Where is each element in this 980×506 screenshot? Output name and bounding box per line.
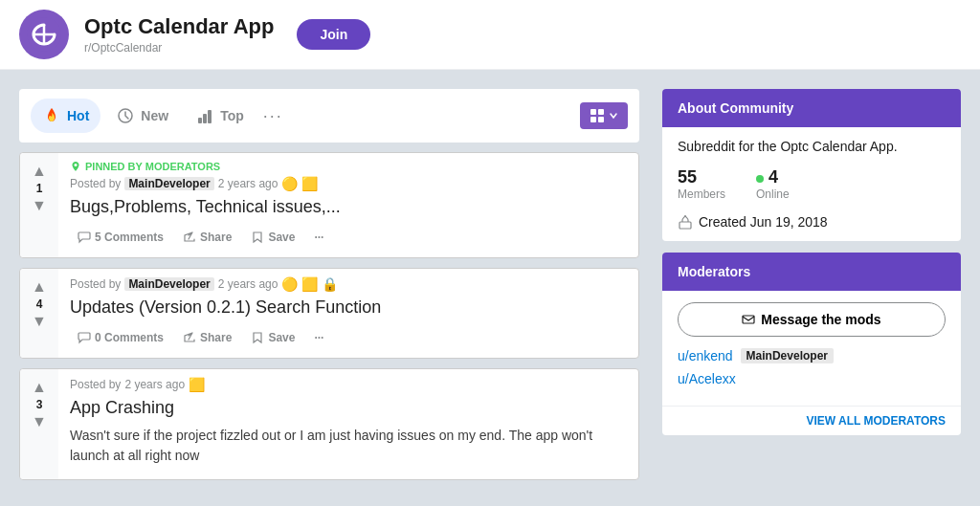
comment-icon xyxy=(78,231,91,244)
post-author[interactable]: MainDeveloper xyxy=(124,277,213,291)
mod-item: u/enkend MainDeveloper xyxy=(678,348,946,363)
online-stat: 4 Online xyxy=(756,167,790,201)
content-area: Hot New Top ··· xyxy=(19,89,639,490)
about-header: About Community xyxy=(662,89,961,127)
svg-rect-5 xyxy=(203,114,207,123)
moderators-header: Moderators xyxy=(662,253,961,291)
post-meta: Posted by MainDeveloper 2 years ago 🟡 🟨 xyxy=(70,176,627,191)
save-button[interactable]: Save xyxy=(243,225,302,250)
header-info: Optc Calendar App r/OptcCalendar xyxy=(84,14,274,55)
cake-icon xyxy=(678,214,693,230)
comment-icon xyxy=(78,331,91,344)
hot-icon xyxy=(42,106,61,125)
moderators-body: Message the mods u/enkend MainDeveloper … xyxy=(662,291,961,406)
svg-rect-4 xyxy=(198,118,202,123)
save-button[interactable]: Save xyxy=(243,325,302,350)
mod-link[interactable]: u/enkend xyxy=(678,348,733,363)
svg-rect-9 xyxy=(590,117,596,122)
about-community-card: About Community Subreddit for the Optc C… xyxy=(662,89,961,241)
join-button[interactable]: Join xyxy=(297,19,370,50)
new-icon xyxy=(116,106,135,125)
post-meta: Posted by MainDeveloper 2 years ago 🟡 🟨 … xyxy=(70,276,627,292)
post-title[interactable]: Updates (Version 0.2.1) Search Function xyxy=(70,297,627,318)
top-icon xyxy=(195,106,214,125)
main-layout: Hot New Top ··· xyxy=(0,70,980,506)
online-count: 4 xyxy=(756,167,790,187)
svg-rect-6 xyxy=(208,110,212,123)
downvote-button[interactable]: ▼ xyxy=(30,411,49,432)
view-toggle[interactable] xyxy=(580,102,628,129)
vote-section: ▲ 4 ▼ xyxy=(20,269,58,358)
online-label: Online xyxy=(756,187,790,201)
save-icon xyxy=(251,231,264,244)
downvote-button[interactable]: ▼ xyxy=(30,311,49,332)
members-label: Members xyxy=(678,187,725,201)
svg-rect-13 xyxy=(743,316,754,323)
mod-badge: MainDeveloper xyxy=(741,348,834,363)
post-content: Posted by MainDeveloper 2 years ago 🟡 🟨 … xyxy=(58,269,638,358)
chevron-down-icon xyxy=(609,111,618,121)
svg-point-11 xyxy=(75,164,78,166)
more-options[interactable]: ··· xyxy=(263,106,283,126)
svg-rect-7 xyxy=(590,109,596,115)
upvote-button[interactable]: ▲ xyxy=(30,377,49,398)
post-actions: 0 Comments Share Save ··· xyxy=(70,325,627,350)
share-button[interactable]: Share xyxy=(175,325,239,350)
post-card: ▲ 3 ▼ Posted by 2 years ago 🟨 App Crashi… xyxy=(19,368,639,480)
post-card: ▲ 4 ▼ Posted by MainDeveloper 2 years ag… xyxy=(19,268,639,359)
post-snippet: Wasn't sure if the project fizzled out o… xyxy=(70,426,627,466)
vote-count: 1 xyxy=(36,182,43,195)
comments-button[interactable]: 0 Comments xyxy=(70,325,171,350)
created-date: Created Jun 19, 2018 xyxy=(678,214,946,230)
post-content: PINNED BY MODERATORS Posted by MainDevel… xyxy=(58,153,638,257)
moderators-card: Moderators Message the mods u/enkend Mai… xyxy=(662,253,961,435)
vote-section: ▲ 3 ▼ xyxy=(20,369,58,479)
post-author[interactable]: MainDeveloper xyxy=(124,177,213,190)
vote-section: ▲ 1 ▼ xyxy=(20,153,58,257)
svg-rect-12 xyxy=(679,222,691,229)
share-button[interactable]: Share xyxy=(175,225,239,250)
post-meta: Posted by 2 years ago 🟨 xyxy=(70,377,627,392)
post-title[interactable]: App Crashing xyxy=(70,398,627,418)
more-button[interactable]: ··· xyxy=(306,225,331,250)
save-icon xyxy=(251,331,264,344)
upvote-button[interactable]: ▲ xyxy=(30,161,49,182)
svg-rect-10 xyxy=(598,117,604,122)
mod-item: u/Acelexx xyxy=(678,371,946,386)
svg-rect-8 xyxy=(598,109,604,115)
post-card: ▲ 1 ▼ PINNED BY MODERATORS Posted by Mai… xyxy=(19,152,639,258)
pinned-badge: PINNED BY MODERATORS xyxy=(70,161,627,172)
mod-link[interactable]: u/Acelexx xyxy=(678,371,736,386)
about-body: Subreddit for the Optc Calendar App. 55 … xyxy=(662,127,961,241)
more-button[interactable]: ··· xyxy=(306,325,331,350)
sort-new-button[interactable]: New xyxy=(104,99,180,133)
post-content: Posted by 2 years ago 🟨 App Crashing Was… xyxy=(58,369,638,479)
message-mods-button[interactable]: Message the mods xyxy=(678,302,946,337)
subreddit-name: r/OptcCalendar xyxy=(84,41,274,55)
mail-icon xyxy=(742,313,755,326)
community-stats: 55 Members 4 Online xyxy=(678,167,946,201)
post-actions: 5 Comments Share Save ··· xyxy=(70,225,627,250)
subreddit-logo xyxy=(19,10,69,59)
vote-count: 3 xyxy=(36,398,43,411)
members-stat: 55 Members xyxy=(678,167,725,201)
vote-count: 4 xyxy=(36,297,43,311)
sort-bar: Hot New Top ··· xyxy=(19,89,639,143)
members-count: 55 xyxy=(678,167,725,187)
community-description: Subreddit for the Optc Calendar App. xyxy=(678,139,946,154)
pin-icon xyxy=(70,161,81,172)
share-icon xyxy=(183,331,196,344)
view-all-mods-link[interactable]: VIEW ALL MODERATORS xyxy=(662,406,961,435)
sidebar: About Community Subreddit for the Optc C… xyxy=(662,89,961,490)
upvote-button[interactable]: ▲ xyxy=(30,276,49,297)
view-icon xyxy=(590,108,605,123)
community-title: Optc Calendar App xyxy=(84,14,274,39)
downvote-button[interactable]: ▼ xyxy=(30,195,49,216)
post-title[interactable]: Bugs,Problems, Technical issues,... xyxy=(70,197,627,217)
sort-top-button[interactable]: Top xyxy=(184,99,256,133)
share-icon xyxy=(183,231,196,244)
sort-hot-button[interactable]: Hot xyxy=(31,99,100,133)
comments-button[interactable]: 5 Comments xyxy=(70,225,171,250)
page-header: Optc Calendar App r/OptcCalendar Join xyxy=(0,0,980,70)
